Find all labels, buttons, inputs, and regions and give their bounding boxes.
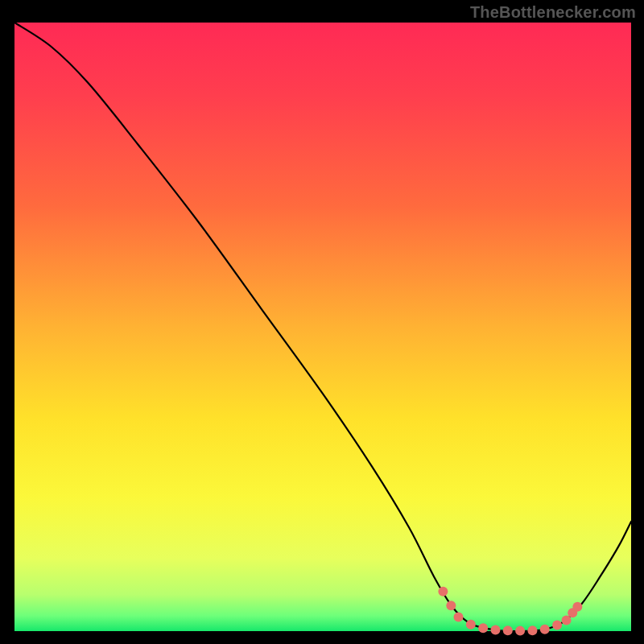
source-watermark: TheBottlenecker.com [470,3,636,22]
marker-dot [515,626,525,636]
chart-svg [0,0,644,644]
chart-container: TheBottlenecker.com [0,0,644,644]
marker-dot [503,625,513,635]
marker-dot [478,623,488,633]
marker-dot [552,620,562,630]
marker-dot [527,625,537,635]
marker-dot [490,625,500,634]
marker-dot [572,602,582,612]
marker-dot [438,587,448,597]
marker-dot [540,625,550,634]
marker-dot [446,601,456,610]
marker-dot [466,620,476,630]
plot-background [14,23,631,631]
marker-dot [454,613,464,622]
